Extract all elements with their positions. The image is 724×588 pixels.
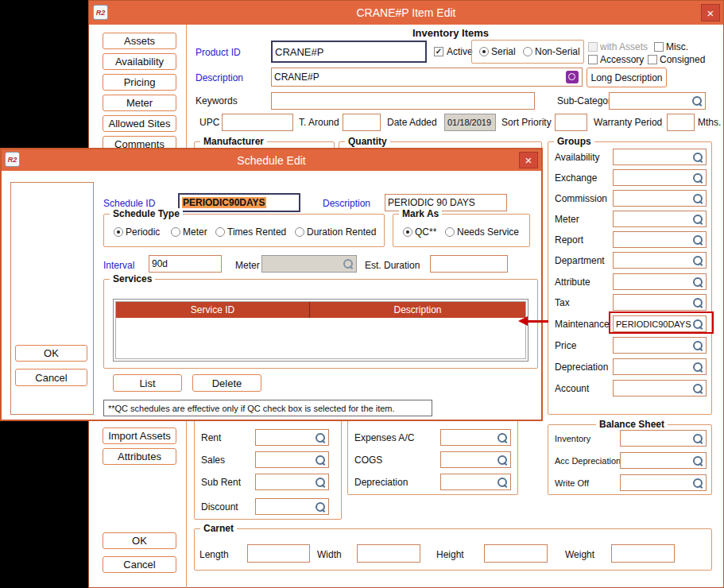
delete-button[interactable]: Delete — [192, 374, 261, 392]
warranty-period-field[interactable] — [667, 114, 695, 131]
search-icon[interactable] — [692, 433, 703, 444]
search-icon[interactable] — [692, 383, 703, 394]
duration-rented-radio[interactable] — [295, 227, 304, 237]
sort-priority-field[interactable] — [555, 114, 587, 131]
sub-rent-field[interactable] — [255, 474, 329, 490]
non-serial-radio[interactable] — [523, 47, 532, 56]
search-icon[interactable] — [691, 95, 703, 106]
search-icon[interactable] — [692, 172, 703, 184]
long-description-button[interactable]: Long Description — [587, 68, 667, 87]
search-icon[interactable] — [315, 455, 326, 466]
qc-radio[interactable] — [403, 227, 412, 237]
group-commission-field[interactable] — [613, 190, 707, 207]
cancel-button-main[interactable]: Cancel — [103, 556, 176, 573]
height-field[interactable] — [484, 544, 548, 563]
search-icon[interactable] — [692, 152, 703, 163]
keywords-field[interactable] — [271, 92, 535, 110]
ok-button-dialog[interactable]: OK — [15, 345, 87, 362]
description-field[interactable]: CRANE#P — [271, 68, 583, 87]
serial-label[interactable]: Serial — [491, 46, 516, 57]
search-icon[interactable] — [497, 432, 508, 443]
close-icon[interactable]: × — [701, 4, 720, 21]
needs-service-label[interactable]: Needs Service — [457, 226, 519, 238]
t-around-field[interactable] — [343, 114, 381, 131]
group-exchange-field[interactable] — [613, 169, 707, 186]
services-table-body[interactable] — [116, 318, 525, 358]
ok-button-main[interactable]: OK — [103, 532, 176, 549]
search-icon[interactable] — [315, 477, 326, 488]
group-tax-field[interactable] — [613, 294, 707, 311]
rent-field[interactable] — [255, 429, 329, 446]
sidebar-button-meter[interactable]: Meter — [103, 95, 176, 111]
group-depreciation-field[interactable] — [613, 358, 707, 375]
periodic-label[interactable]: Periodic — [126, 226, 160, 238]
group-meter-field[interactable] — [613, 211, 707, 227]
sidebar-button-import-assets[interactable]: Import Assets — [103, 427, 176, 444]
search-icon[interactable] — [692, 455, 703, 466]
width-field[interactable] — [357, 544, 420, 563]
sidebar-button-attributes[interactable]: Attributes — [103, 448, 176, 465]
expenses-ac-field[interactable] — [440, 429, 511, 446]
search-icon[interactable] — [692, 255, 703, 266]
qc-label[interactable]: QC** — [415, 226, 436, 238]
sidebar-button-allowed-sites[interactable]: Allowed Sites — [103, 115, 176, 132]
inventory-field[interactable] — [620, 430, 707, 447]
acc-depreciation-field[interactable] — [620, 452, 707, 469]
sidebar-button-pricing[interactable]: Pricing — [103, 74, 176, 91]
sidebar-button-availability[interactable]: Availability — [103, 53, 176, 70]
consigned-checkbox[interactable] — [648, 55, 657, 64]
meter-type-radio[interactable] — [171, 227, 180, 237]
times-rented-radio[interactable] — [215, 227, 225, 237]
upc-field[interactable] — [222, 114, 293, 131]
close-icon[interactable]: × — [519, 152, 538, 168]
serial-radio[interactable] — [479, 47, 489, 56]
search-icon[interactable] — [692, 277, 703, 288]
search-icon[interactable] — [692, 214, 703, 225]
weight-field[interactable] — [611, 544, 675, 563]
accessory-label[interactable]: Accessory — [600, 54, 644, 65]
active-checkbox[interactable] — [434, 47, 443, 56]
discount-field[interactable] — [255, 498, 329, 515]
search-icon[interactable] — [692, 193, 703, 204]
duration-rented-label[interactable]: Duration Rented — [307, 226, 376, 238]
schedule-id-field[interactable]: PERIODIC90DAYS — [178, 193, 300, 212]
search-icon[interactable] — [692, 297, 703, 308]
search-icon[interactable] — [692, 362, 703, 373]
cogs-field[interactable] — [440, 451, 511, 468]
product-id-field[interactable]: CRANE#P — [271, 41, 427, 63]
search-icon[interactable] — [692, 340, 703, 351]
interval-field[interactable]: 90d — [149, 255, 222, 273]
group-price-field[interactable] — [613, 337, 707, 354]
group-attribute-field[interactable] — [613, 273, 707, 290]
sidebar-button-assets[interactable]: Assets — [103, 33, 176, 49]
search-icon[interactable] — [315, 501, 326, 513]
non-serial-label[interactable]: Non-Serial — [535, 46, 580, 57]
sales-field[interactable] — [255, 451, 329, 468]
depreciation-account-field[interactable] — [440, 474, 511, 490]
periodic-radio[interactable] — [114, 227, 123, 237]
cancel-button-dialog[interactable]: Cancel — [15, 369, 87, 386]
est-duration-field[interactable] — [430, 255, 508, 273]
search-icon[interactable] — [497, 477, 508, 488]
consigned-label[interactable]: Consigned — [660, 54, 705, 65]
meter-type-label[interactable]: Meter — [183, 226, 207, 238]
group-account-field[interactable] — [613, 380, 707, 397]
group-report-field[interactable] — [613, 231, 707, 248]
search-icon[interactable] — [315, 432, 326, 443]
group-department-field[interactable] — [613, 252, 707, 269]
times-rented-label[interactable]: Times Rented — [227, 226, 286, 238]
list-button[interactable]: List — [113, 374, 182, 392]
search-icon[interactable] — [692, 478, 703, 489]
misc-checkbox[interactable] — [654, 42, 664, 52]
description-options-icon[interactable] — [566, 71, 579, 83]
write-off-field[interactable] — [620, 474, 707, 491]
needs-service-radio[interactable] — [445, 227, 455, 237]
accessory-checkbox[interactable] — [588, 55, 598, 64]
search-icon[interactable] — [497, 455, 508, 466]
active-label[interactable]: Active — [447, 46, 473, 57]
misc-label[interactable]: Misc. — [666, 41, 688, 52]
sub-category-field[interactable] — [609, 92, 706, 110]
group-availability-field[interactable] — [613, 149, 707, 165]
search-icon[interactable] — [692, 234, 703, 246]
length-field[interactable] — [247, 544, 310, 563]
